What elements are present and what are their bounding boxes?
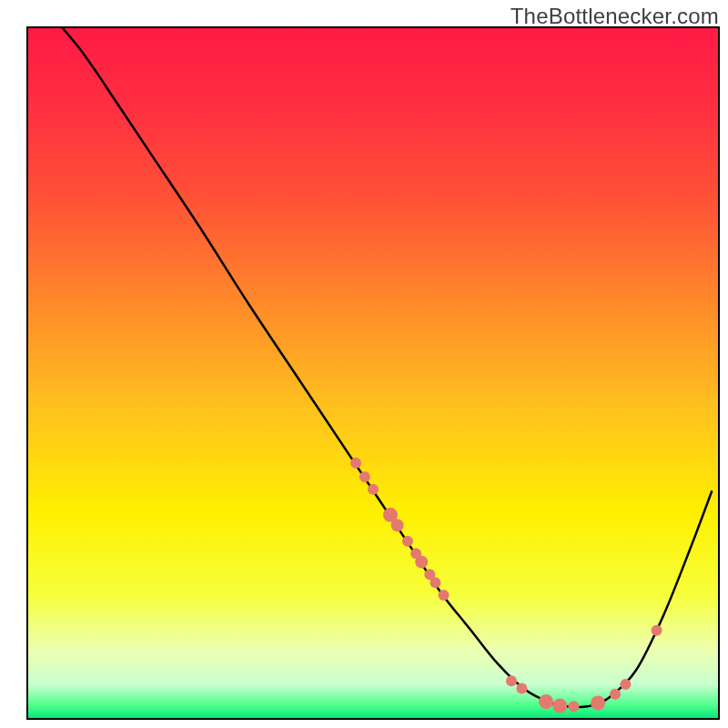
data-point-marker — [402, 536, 413, 547]
data-point-marker — [506, 675, 517, 686]
plot-background — [27, 27, 719, 719]
data-point-marker — [439, 590, 450, 601]
data-point-marker — [539, 694, 553, 709]
data-point-marker — [620, 679, 631, 690]
data-point-marker — [350, 458, 361, 469]
data-point-marker — [391, 519, 404, 531]
gradient-plot — [0, 0, 728, 728]
data-point-marker — [430, 577, 440, 588]
data-point-marker — [610, 689, 621, 700]
data-point-marker — [652, 625, 662, 636]
data-point-marker — [415, 555, 428, 568]
chart-container: TheBottlenecker.com — [0, 0, 728, 728]
watermark-label: TheBottlenecker.com — [511, 4, 719, 29]
data-point-marker — [368, 484, 379, 495]
data-point-marker — [568, 701, 579, 712]
data-point-marker — [552, 699, 567, 713]
data-point-marker — [359, 471, 370, 482]
data-point-marker — [591, 696, 605, 711]
data-point-marker — [516, 683, 527, 694]
